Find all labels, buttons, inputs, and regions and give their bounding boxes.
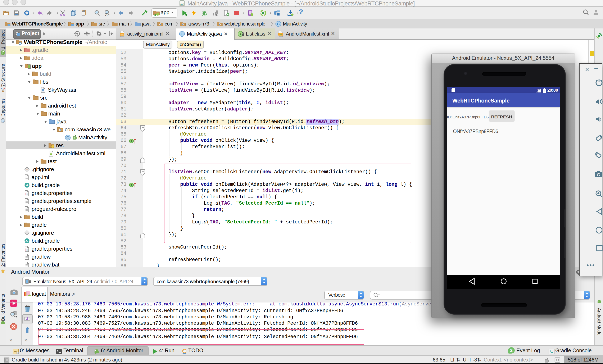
svg-text:LTE: LTE [536, 89, 539, 91]
svg-text:C: C [66, 135, 69, 140]
svg-text:C: C [180, 32, 183, 36]
svg-text:java: java [180, 2, 184, 5]
svg-text:I: I [131, 139, 132, 143]
svg-text:I: I [131, 183, 132, 187]
svg-text:C: C [277, 22, 279, 26]
svg-text:A: A [105, 13, 107, 16]
svg-text:<>: <> [120, 33, 124, 36]
